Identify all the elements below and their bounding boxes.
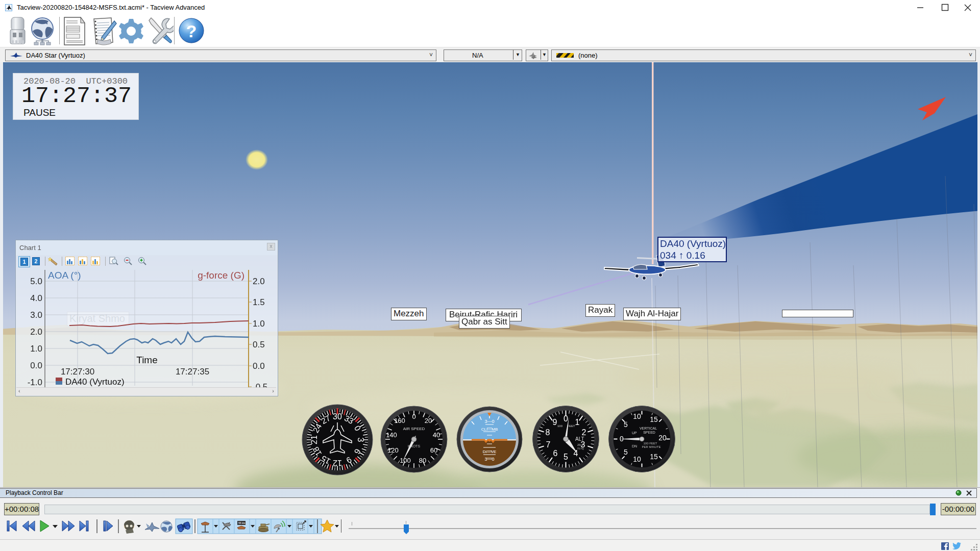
svg-text:55 kts: 55 kts <box>238 521 246 524</box>
svg-text:30: 30 <box>333 412 342 421</box>
svg-text:0: 0 <box>564 414 568 423</box>
svg-text:17:27:35: 17:27:35 <box>176 367 209 377</box>
svg-text:FEET: FEET <box>567 424 575 428</box>
svg-text:AOA (°): AOA (°) <box>48 270 81 281</box>
svg-text:1.5: 1.5 <box>253 297 265 307</box>
svg-text:SPEED: SPEED <box>643 431 655 434</box>
svg-text:100: 100 <box>400 457 411 464</box>
svg-text:3: 3 <box>356 438 365 442</box>
svg-text:CLI—MB: CLI—MB <box>481 427 498 432</box>
svg-text:AIR SPEED: AIR SPEED <box>403 427 425 431</box>
svg-text:DI—VE: DI—VE <box>483 449 497 454</box>
svg-text:60: 60 <box>430 446 437 454</box>
svg-text:-1.0: -1.0 <box>28 378 42 387</box>
svg-text:2.0: 2.0 <box>253 277 265 286</box>
svg-text:100: 100 <box>557 424 563 428</box>
svg-text:20: 20 <box>425 417 432 424</box>
svg-text:15: 15 <box>650 453 658 461</box>
svg-text:100 FEET: 100 FEET <box>643 442 657 445</box>
svg-text:140: 140 <box>386 431 397 439</box>
svg-text:4.0: 4.0 <box>30 293 42 303</box>
svg-text:5: 5 <box>624 420 628 429</box>
svg-text:DA40 (Vyrtuoz): DA40 (Vyrtuoz) <box>65 377 125 387</box>
svg-text:1: 1 <box>575 418 580 427</box>
svg-text:10: 10 <box>633 455 641 463</box>
svg-text:2.0: 2.0 <box>30 327 42 337</box>
svg-text:21: 21 <box>310 435 318 444</box>
svg-text:9: 9 <box>553 418 557 427</box>
svg-text:ALT: ALT <box>575 436 584 442</box>
svg-text:3.0: 3.0 <box>30 310 42 320</box>
svg-text:7: 7 <box>546 440 551 449</box>
svg-text:10: 10 <box>633 412 641 420</box>
svg-text:29.9: 29.9 <box>577 443 583 446</box>
svg-text:15: 15 <box>650 415 658 423</box>
svg-text:DN: DN <box>632 444 637 448</box>
svg-text:?: ? <box>186 21 197 41</box>
svg-text:1.0: 1.0 <box>30 344 42 354</box>
svg-text:PER MINUTE: PER MINUTE <box>642 445 660 448</box>
svg-text:Time: Time <box>136 355 158 365</box>
svg-text:80: 80 <box>419 457 426 464</box>
svg-text:g-force (G): g-force (G) <box>198 270 244 281</box>
svg-text:UP: UP <box>632 431 637 435</box>
svg-text:IN.Hg: IN.Hg <box>577 447 584 450</box>
svg-text:6: 6 <box>553 449 558 458</box>
svg-text:5: 5 <box>624 448 628 456</box>
svg-text:3—0: 3—0 <box>484 457 494 462</box>
svg-text:VERTICAL: VERTICAL <box>640 427 657 430</box>
svg-text:12: 12 <box>333 459 342 467</box>
svg-text:0.5: 0.5 <box>253 340 265 349</box>
svg-text:40: 40 <box>433 431 440 439</box>
svg-text:8: 8 <box>546 428 550 437</box>
svg-text:0: 0 <box>620 435 624 443</box>
svg-text:1.0: 1.0 <box>253 319 265 329</box>
svg-text:0.0: 0.0 <box>30 361 42 370</box>
svg-text:20: 20 <box>658 434 667 442</box>
svg-text:120: 120 <box>387 446 399 454</box>
svg-text:5: 5 <box>564 453 568 461</box>
svg-text:0.0: 0.0 <box>253 361 265 371</box>
svg-text:5.0: 5.0 <box>30 277 42 286</box>
svg-text:17:27:30: 17:27:30 <box>61 367 94 377</box>
svg-text:160: 160 <box>394 417 405 424</box>
svg-text:3—0: 3—0 <box>484 419 494 424</box>
svg-text:2: 2 <box>582 428 586 437</box>
svg-text:0: 0 <box>412 413 415 420</box>
